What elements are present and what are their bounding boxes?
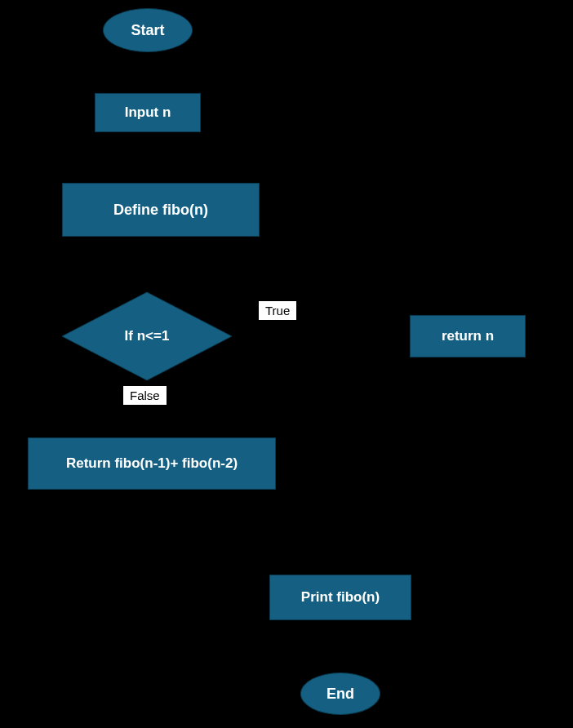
end-terminal: End (300, 673, 380, 715)
return-n-process: return n (410, 315, 526, 357)
recurse-process: Return fibo(n-1)+ fibo(n-2) (28, 437, 276, 490)
define-process: Define fibo(n) (62, 183, 260, 237)
input-process: Input n (95, 93, 201, 132)
false-label: False (122, 385, 167, 406)
start-terminal: Start (103, 8, 193, 52)
true-label: True (258, 300, 297, 321)
print-process: Print fibo(n) (269, 575, 411, 620)
decision-condition: If n<=1 (121, 328, 173, 344)
